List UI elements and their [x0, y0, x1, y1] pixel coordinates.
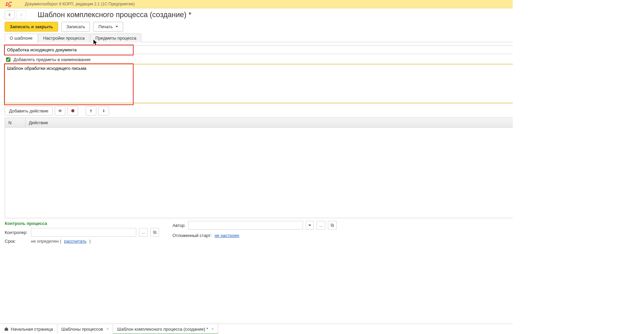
controller-open-button[interactable] [150, 228, 159, 237]
current-tab-label: Шаблон комплексного процесса (создание) … [117, 327, 208, 332]
col-action: Действие [26, 118, 535, 127]
controller-ellipsis-button[interactable]: ... [139, 228, 148, 237]
close-icon[interactable]: × [211, 327, 214, 331]
logo-1c: 1C̲ [2, 1, 14, 7]
calculate-link[interactable]: рассчитать [64, 239, 87, 244]
template-name-input[interactable] [5, 45, 571, 54]
add-action-button[interactable]: Добавить действие [5, 106, 53, 115]
save-close-button[interactable]: Записать и закрыть [5, 22, 58, 32]
author-ellipsis-button[interactable]: ... [316, 221, 325, 230]
hamburger-icon[interactable] [15, 1, 22, 7]
author-dropdown-button[interactable] [306, 221, 314, 230]
col-n: N [5, 118, 26, 127]
add-subjects-checkbox[interactable] [6, 57, 10, 62]
tab-about[interactable]: О шаблоне [5, 34, 38, 42]
close-icon[interactable]: × [106, 327, 109, 331]
tab-subjects[interactable]: Предметы процесса [90, 34, 141, 42]
nav-back-button[interactable] [5, 10, 15, 19]
author-open-button[interactable] [328, 221, 337, 230]
bottom-tabs-bar: Начальная страница Шаблоны процессов × Ш… [0, 324, 513, 334]
control-heading: Контроль процесса [5, 221, 159, 226]
delayed-start-link[interactable]: не настроен [214, 233, 239, 238]
author-input[interactable] [188, 221, 303, 230]
home-tab[interactable]: Начальная страница [0, 324, 57, 334]
due-label: Срок: [5, 239, 28, 244]
nav-forward-button[interactable] [16, 10, 26, 19]
current-tab[interactable]: Шаблон комплексного процесса (создание) … [113, 324, 218, 334]
delayed-start-label: Отложенный старт: [172, 233, 212, 238]
home-tab-label: Начальная страница [11, 327, 53, 332]
due-value-suffix: ) [89, 239, 91, 244]
move-up-button[interactable] [86, 106, 96, 115]
add-subjects-label: Добавлять предметы в наименование [13, 57, 91, 62]
app-title: Документооборот 8 КОРП, редакция 2.1 (1С… [25, 2, 135, 6]
delete-action-button[interactable] [67, 106, 78, 115]
whitespace [513, 0, 644, 334]
print-button[interactable]: Печать [93, 22, 123, 32]
controller-label: Контролер: [5, 230, 28, 235]
page-title: Шаблон комплексного процесса (создание) … [38, 10, 191, 19]
author-label: Автор: [172, 223, 186, 228]
controller-input[interactable] [31, 228, 136, 237]
settings-action-button[interactable] [55, 106, 65, 115]
templates-tab-label: Шаблоны процессов [61, 327, 103, 332]
move-down-button[interactable] [98, 106, 109, 115]
due-value-prefix: не определен ( [31, 239, 61, 244]
save-button[interactable]: Записать [61, 22, 90, 32]
svg-point-1 [71, 109, 74, 112]
templates-tab[interactable]: Шаблоны процессов × [57, 324, 113, 334]
tab-settings[interactable]: Настройки процесса [38, 34, 90, 42]
